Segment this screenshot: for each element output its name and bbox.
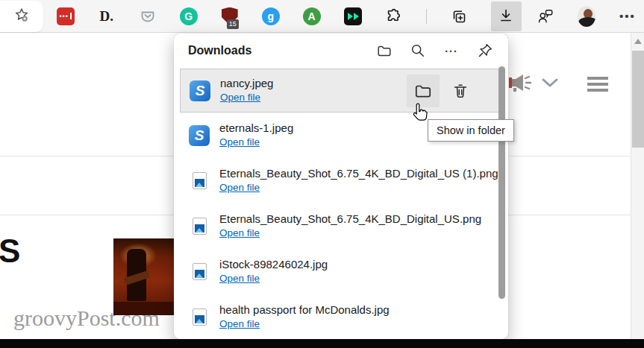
page-menu-icon[interactable] [587, 77, 608, 95]
delete-download-button[interactable] [446, 75, 475, 107]
open-file-link[interactable]: Open file [219, 318, 260, 331]
download-item[interactable]: Eternals_Beauty_Shot_6.75_4K_BD_Digital_… [174, 158, 508, 203]
download-item[interactable]: health passport for McDonalds.jpg Open f… [174, 294, 508, 340]
download-item-selected[interactable]: S nancy.jpeg Open file [180, 69, 501, 113]
scrollbar-up-arrow[interactable] [634, 39, 642, 44]
downloads-panel-header: Downloads ... [174, 34, 508, 68]
page-headline-fragment: S [0, 232, 20, 270]
download-file-name: nancy.jpeg [220, 77, 273, 91]
search-downloads-icon[interactable] [410, 42, 426, 59]
image-file-icon [189, 218, 210, 235]
open-downloads-folder-icon[interactable] [376, 42, 393, 59]
d-extension-icon[interactable]: D. [98, 7, 116, 25]
address-bar-fragment [0, 1, 43, 32]
open-file-link[interactable]: Open file [220, 92, 260, 104]
open-file-link[interactable]: Open file [219, 273, 260, 285]
snagit-file-icon: S [189, 125, 210, 146]
open-file-link[interactable]: Open file [219, 182, 260, 194]
settings-more-icon[interactable]: ••• [619, 7, 637, 25]
image-file-icon [189, 263, 210, 280]
profile-avatar[interactable] [578, 7, 595, 25]
chevron-down-icon[interactable] [540, 76, 560, 92]
pocket-extension-icon[interactable] [139, 7, 157, 25]
ublock-extension-icon[interactable]: 15 [221, 7, 239, 25]
lastpass-dots: ••• [59, 13, 68, 20]
image-file-icon [189, 309, 210, 326]
download-file-name: Eternals_Beauty_Shot_6.75_4K_BD_Digital_… [219, 167, 498, 181]
extensions-puzzle-icon[interactable] [385, 7, 403, 25]
a-app-extension-icon[interactable]: A [303, 7, 321, 25]
image-file-icon [189, 172, 210, 189]
open-file-link[interactable]: Open file [219, 227, 260, 240]
panel-title: Downloads [188, 44, 251, 57]
scrollbar-thumb[interactable] [632, 51, 644, 148]
g-app-extension-icon[interactable]: g [262, 7, 280, 25]
download-file-name: eternals-1.jpeg [219, 121, 293, 136]
groovypost-watermark: groovyPost.com [13, 306, 160, 331]
download-file-name: iStock-898246024.jpg [219, 258, 328, 272]
add-favorite-star-icon[interactable] [13, 7, 30, 26]
ublock-badge: 15 [227, 19, 239, 29]
snagit-file-icon: S [190, 80, 210, 101]
show-in-folder-tooltip: Show in folder [428, 119, 514, 142]
bottom-black-bar [0, 339, 644, 348]
download-item[interactable]: Eternals_Beauty_Shot_6.75_4K_BD_Digital_… [174, 203, 508, 249]
download-item[interactable]: iStock-898246024.jpg Open file [174, 249, 508, 294]
hand-cursor [410, 102, 431, 128]
open-file-link[interactable]: Open file [219, 136, 260, 149]
downloads-toolbar-button[interactable] [491, 1, 522, 31]
browser-toolbar: ••• D. G 15 g A [0, 0, 644, 33]
lastpass-extension-icon[interactable]: ••• [57, 7, 75, 25]
video-speed-extension-icon[interactable] [344, 7, 362, 25]
download-file-name: Eternals_Beauty_Shot_6.75_4K_BD_Digital_… [219, 212, 481, 227]
pin-panel-icon[interactable] [477, 42, 493, 59]
download-file-name: health passport for McDonalds.jpg [219, 303, 390, 317]
grammarly-extension-icon[interactable]: G [180, 7, 198, 25]
article-concert-image [113, 238, 174, 315]
collections-icon[interactable] [450, 7, 468, 25]
toolbar-divider [426, 9, 427, 24]
browser-scrollbar[interactable] [631, 33, 644, 348]
listen-megaphone-icon[interactable] [509, 72, 533, 97]
downloads-panel: Downloads ... S [174, 34, 508, 339]
panel-scrollbar-thumb[interactable] [498, 66, 505, 299]
downloads-more-options-icon[interactable]: ... [443, 42, 460, 59]
feedback-person-icon[interactable] [537, 7, 554, 25]
